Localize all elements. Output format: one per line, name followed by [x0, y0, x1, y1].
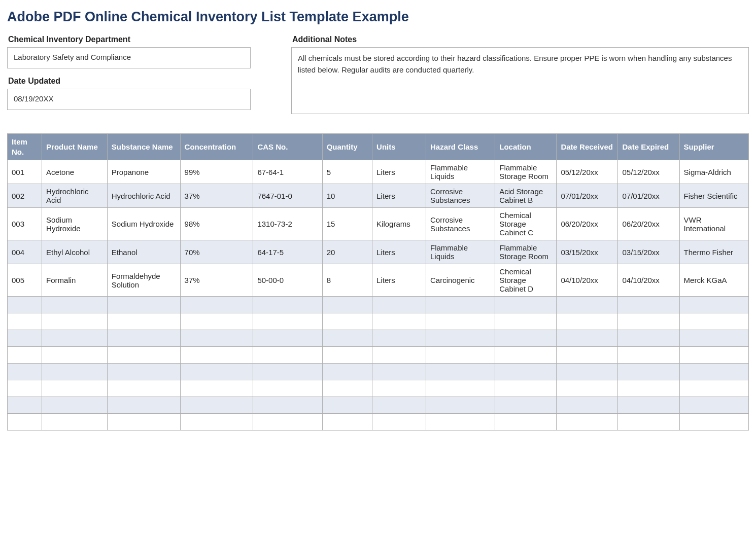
cell-empty[interactable]	[426, 397, 495, 414]
cell-supplier[interactable]: Thermo Fisher	[679, 240, 748, 264]
cell-empty[interactable]	[426, 414, 495, 431]
cell-empty[interactable]	[618, 297, 679, 313]
cell-concentration[interactable]: 37%	[180, 184, 253, 208]
cell-empty[interactable]	[679, 347, 748, 364]
cell-item[interactable]: 003	[8, 208, 42, 240]
cell-empty[interactable]	[495, 330, 557, 347]
cell-empty[interactable]	[372, 414, 426, 431]
cell-units[interactable]: Liters	[372, 264, 426, 297]
cell-substance[interactable]: Propanone	[107, 160, 180, 184]
notes-input[interactable]: All chemicals must be stored according t…	[291, 47, 749, 114]
cell-empty[interactable]	[426, 313, 495, 330]
cell-hazard[interactable]: Corrosive Substances	[426, 184, 495, 208]
cell-units[interactable]: Liters	[372, 160, 426, 184]
cell-empty[interactable]	[253, 380, 322, 397]
cell-location[interactable]: Flammable Storage Room	[495, 240, 557, 264]
cell-empty[interactable]	[618, 313, 679, 330]
date-updated-input[interactable]: 08/19/20XX	[7, 89, 251, 110]
cell-empty[interactable]	[322, 313, 372, 330]
cell-empty[interactable]	[107, 397, 180, 414]
cell-supplier[interactable]: VWR International	[679, 208, 748, 240]
cell-empty[interactable]	[557, 380, 618, 397]
cell-expired[interactable]: 05/12/20xx	[618, 160, 679, 184]
department-input[interactable]: Laboratory Safety and Compliance	[7, 47, 251, 68]
cell-item[interactable]: 004	[8, 240, 42, 264]
cell-empty[interactable]	[107, 364, 180, 380]
cell-empty[interactable]	[107, 414, 180, 431]
cell-empty[interactable]	[495, 313, 557, 330]
cell-empty[interactable]	[679, 380, 748, 397]
cell-supplier[interactable]: Merck KGaA	[679, 264, 748, 297]
cell-location[interactable]: Flammable Storage Room	[495, 160, 557, 184]
cell-cas[interactable]: 50-00-0	[253, 264, 322, 297]
cell-empty[interactable]	[253, 397, 322, 414]
cell-cas[interactable]: 64-17-5	[253, 240, 322, 264]
cell-empty[interactable]	[180, 330, 253, 347]
cell-empty[interactable]	[180, 414, 253, 431]
cell-empty[interactable]	[618, 397, 679, 414]
cell-empty[interactable]	[495, 347, 557, 364]
cell-empty[interactable]	[372, 380, 426, 397]
cell-empty[interactable]	[8, 347, 42, 364]
cell-substance[interactable]: Hydrochloric Acid	[107, 184, 180, 208]
cell-empty[interactable]	[679, 313, 748, 330]
cell-units[interactable]: Liters	[372, 184, 426, 208]
cell-empty[interactable]	[557, 347, 618, 364]
cell-empty[interactable]	[426, 330, 495, 347]
cell-empty[interactable]	[180, 380, 253, 397]
cell-empty[interactable]	[8, 330, 42, 347]
cell-empty[interactable]	[679, 330, 748, 347]
cell-empty[interactable]	[42, 380, 108, 397]
cell-product[interactable]: Sodium Hydroxide	[42, 208, 108, 240]
cell-location[interactable]: Chemical Storage Cabinet C	[495, 208, 557, 240]
cell-cas[interactable]: 67-64-1	[253, 160, 322, 184]
cell-cas[interactable]: 1310-73-2	[253, 208, 322, 240]
cell-supplier[interactable]: Fisher Scientific	[679, 184, 748, 208]
cell-empty[interactable]	[253, 347, 322, 364]
cell-empty[interactable]	[557, 364, 618, 380]
cell-empty[interactable]	[8, 297, 42, 313]
cell-empty[interactable]	[372, 364, 426, 380]
cell-location[interactable]: Chemical Storage Cabinet D	[495, 264, 557, 297]
cell-hazard[interactable]: Corrosive Substances	[426, 208, 495, 240]
cell-empty[interactable]	[372, 330, 426, 347]
cell-received[interactable]: 05/12/20xx	[557, 160, 618, 184]
cell-expired[interactable]: 07/01/20xx	[618, 184, 679, 208]
cell-empty[interactable]	[8, 313, 42, 330]
cell-empty[interactable]	[557, 330, 618, 347]
cell-empty[interactable]	[180, 364, 253, 380]
cell-empty[interactable]	[372, 297, 426, 313]
cell-empty[interactable]	[8, 380, 42, 397]
cell-empty[interactable]	[180, 297, 253, 313]
cell-empty[interactable]	[322, 397, 372, 414]
cell-substance[interactable]: Sodium Hydroxide	[107, 208, 180, 240]
cell-empty[interactable]	[557, 297, 618, 313]
cell-product[interactable]: Acetone	[42, 160, 108, 184]
cell-empty[interactable]	[8, 397, 42, 414]
cell-substance[interactable]: Formaldehyde Solution	[107, 264, 180, 297]
cell-empty[interactable]	[495, 364, 557, 380]
cell-cas[interactable]: 7647-01-0	[253, 184, 322, 208]
cell-empty[interactable]	[42, 297, 108, 313]
cell-empty[interactable]	[253, 414, 322, 431]
cell-empty[interactable]	[557, 414, 618, 431]
cell-concentration[interactable]: 37%	[180, 264, 253, 297]
cell-empty[interactable]	[8, 364, 42, 380]
cell-empty[interactable]	[679, 414, 748, 431]
cell-empty[interactable]	[426, 297, 495, 313]
cell-empty[interactable]	[322, 364, 372, 380]
cell-quantity[interactable]: 10	[322, 184, 372, 208]
cell-units[interactable]: Kilograms	[372, 208, 426, 240]
cell-empty[interactable]	[322, 380, 372, 397]
cell-received[interactable]: 04/10/20xx	[557, 264, 618, 297]
cell-quantity[interactable]: 5	[322, 160, 372, 184]
cell-empty[interactable]	[495, 380, 557, 397]
cell-concentration[interactable]: 70%	[180, 240, 253, 264]
cell-location[interactable]: Acid Storage Cabinet B	[495, 184, 557, 208]
cell-empty[interactable]	[679, 297, 748, 313]
cell-empty[interactable]	[253, 330, 322, 347]
cell-empty[interactable]	[180, 313, 253, 330]
cell-item[interactable]: 001	[8, 160, 42, 184]
cell-units[interactable]: Liters	[372, 240, 426, 264]
cell-substance[interactable]: Ethanol	[107, 240, 180, 264]
